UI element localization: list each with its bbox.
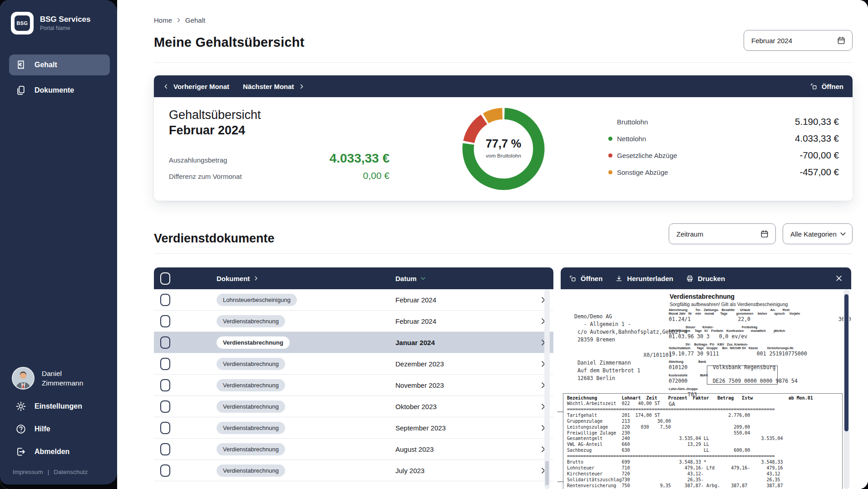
document-type-badge: Verdienstabrechnung: [217, 379, 285, 391]
legend-value: -700,00 €: [799, 150, 839, 161]
payslip-info-label: Abteilung Bank: [669, 360, 841, 364]
row-open-cell[interactable]: [533, 339, 553, 346]
zeitraum-filter[interactable]: Zeitraum: [669, 223, 776, 244]
row-open-cell[interactable]: [533, 445, 553, 453]
payslip-line: Freiwillige Zulage 230 550,04: [567, 430, 839, 436]
footer-link-impressum[interactable]: Impressum: [13, 469, 43, 475]
preview-scrollbar[interactable]: [843, 289, 849, 489]
payslip-line: Rentenversicherung 750 9,35 387,87- Arbg…: [567, 483, 839, 489]
row-open-cell[interactable]: [533, 424, 553, 432]
sidebar-item-dokumente[interactable]: Dokumente: [9, 80, 110, 101]
table-row[interactable]: VerdienstabrechnungSeptember 2023: [154, 417, 553, 439]
documents-title: Verdienstdokumente: [154, 232, 275, 246]
document-type-badge: Verdienstabrechnung: [217, 336, 290, 349]
breadcrumb-gehalt[interactable]: Gehalt: [185, 16, 205, 24]
table-scrollbar-thumb[interactable]: [545, 461, 549, 485]
document-date: Januar 2024: [373, 339, 533, 346]
header-divider: [154, 62, 853, 63]
salary-card-month: Februar 2024: [169, 123, 390, 138]
documents-table: Dokument Datum LohnsteuerbescheinigungFe…: [154, 267, 553, 489]
column-label-dokument: Dokument: [217, 275, 250, 282]
salary-card-title: Gehaltsübersicht: [169, 108, 390, 122]
row-open-cell[interactable]: [533, 360, 553, 368]
column-header-dokument[interactable]: Dokument: [185, 275, 373, 282]
payslip-empty-box: [707, 366, 778, 385]
payslip-info-value: 19.10.77 30 9111 001 251910775000: [669, 351, 841, 357]
preview-print-button[interactable]: Drucken: [686, 275, 725, 282]
table-row[interactable]: VerdienstabrechnungNovember 2023: [154, 375, 553, 396]
table-scrollbar[interactable]: [544, 289, 550, 489]
breadcrumb-home[interactable]: Home: [154, 16, 172, 24]
table-row[interactable]: VerdienstabrechnungAugust 2023: [154, 439, 553, 460]
next-month-button[interactable]: Nächster Monat: [243, 83, 305, 90]
salary-summary: Gehaltsübersicht Februar 2024 Auszahlung…: [169, 108, 390, 181]
footer-link-datenschutz[interactable]: Datenschutz: [54, 469, 88, 475]
salary-donut-chart: 77,7 % vom Bruttolohn: [460, 105, 547, 193]
table-row[interactable]: VerdienstabrechnungOktober 2023: [154, 396, 553, 417]
donut-center-label: vom Bruttolohn: [486, 153, 521, 158]
sidebar-item-abmelden[interactable]: Abmelden: [9, 441, 110, 462]
column-label-datum: Datum: [395, 275, 417, 282]
row-checkbox[interactable]: [160, 336, 170, 349]
footer-separator: |: [48, 469, 49, 475]
open-salary-button[interactable]: Öffnen: [810, 83, 843, 90]
prev-month-button[interactable]: Vorheriger Monat: [163, 83, 229, 90]
month-picker[interactable]: Februar 2024: [744, 30, 853, 51]
row-open-cell[interactable]: [533, 296, 553, 304]
preview-scrollbar-thumb[interactable]: [844, 294, 848, 431]
table-row[interactable]: VerdienstabrechnungJanuar 2024: [154, 332, 553, 353]
row-checkbox[interactable]: [160, 379, 170, 391]
row-checkbox[interactable]: [160, 443, 170, 455]
payslip-info-value: 01.24/1 22,0 30,0: [669, 316, 841, 323]
close-icon[interactable]: [835, 274, 843, 282]
document-date: July 2023: [373, 467, 533, 474]
chevron-down-icon: [839, 230, 847, 237]
sidebar-item-einstellungen[interactable]: Einstellungen: [9, 396, 110, 417]
payslip-info-value: 01.03.96 30 3 0,0 ev/ev: [669, 333, 841, 340]
preview-download-button[interactable]: Herunterladen: [615, 275, 673, 282]
row-open-cell[interactable]: [533, 403, 553, 410]
legend-label: Bruttolohn: [617, 118, 648, 126]
preview-open-button[interactable]: Öffnen: [569, 275, 602, 282]
row-checkbox[interactable]: [160, 315, 170, 327]
legend-item: Gesetzliche Abzüge-700,00 €: [608, 149, 839, 162]
payslip-title: Verdienstabrechnung: [670, 293, 735, 300]
table-row[interactable]: LohnsteuerbescheinigungFebruar 2024: [154, 289, 553, 311]
document-badge-cell: Verdienstabrechnung: [185, 317, 373, 325]
table-row[interactable]: VerdienstabrechnungFebruar 2024: [154, 311, 553, 332]
open-external-icon: [569, 275, 577, 282]
select-all-checkbox[interactable]: [160, 272, 170, 285]
payout-value: 4.033,33 €: [330, 151, 390, 166]
salary-card-header: Vorheriger Monat Nächster Monat Öffnen: [154, 75, 853, 97]
user-profile[interactable]: Daniel Zimmermann: [9, 367, 110, 390]
documents-icon: [15, 85, 26, 96]
legend-dot: [608, 137, 612, 141]
document-badge-cell: Verdienstabrechnung: [185, 381, 373, 389]
row-checkbox[interactable]: [160, 400, 170, 413]
sidebar-item-gehalt[interactable]: Gehalt: [9, 54, 110, 75]
payslip-line: Lohnsteuer 710 479,16- Lfd 479,16- 479,1…: [567, 465, 839, 471]
brand-logo: BSG: [11, 12, 34, 35]
category-filter[interactable]: Alle Kategorien: [783, 223, 853, 244]
sidebar-item-hilfe[interactable]: Hilfe: [9, 419, 110, 440]
table-row[interactable]: VerdienstabrechnungJuly 2023: [154, 460, 553, 481]
donut-center-value: 77,7 %: [486, 137, 522, 150]
diff-label: Differenz zum Vormonat: [169, 173, 242, 180]
row-checkbox[interactable]: [160, 294, 170, 306]
row-checkbox[interactable]: [160, 422, 170, 434]
prev-month-label: Vorheriger Monat: [173, 83, 229, 90]
breadcrumb: Home Gehalt: [154, 16, 205, 24]
document-type-badge: Lohnsteuerbescheinigung: [217, 294, 297, 306]
row-checkbox[interactable]: [160, 464, 170, 477]
row-open-cell[interactable]: [533, 381, 553, 389]
calendar-icon: [837, 36, 846, 45]
sidebar-item-label: Gehalt: [35, 61, 57, 69]
table-row[interactable]: VerdienstabrechnungDezember 2023: [154, 353, 553, 375]
column-header-datum[interactable]: Datum: [373, 275, 533, 282]
row-open-cell[interactable]: [533, 317, 553, 325]
row-open-cell[interactable]: [533, 467, 553, 474]
payslip-line: Kirchensteuer 720 43,12- 43,12: [567, 471, 839, 477]
chevron-right-icon: [176, 17, 182, 23]
row-checkbox[interactable]: [160, 358, 170, 370]
salary-card: Vorheriger Monat Nächster Monat Öffnen G…: [154, 75, 853, 201]
